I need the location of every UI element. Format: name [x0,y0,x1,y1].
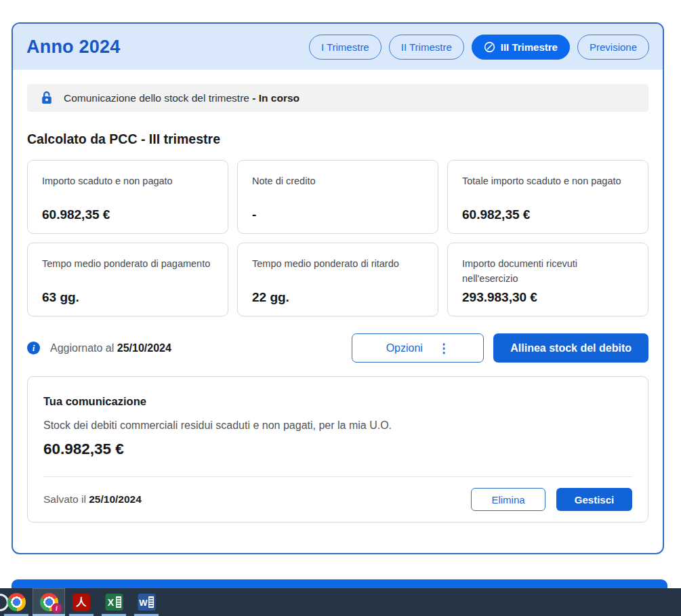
tab-label: Previsione [590,41,637,53]
communication-title: Tua comunicazione [43,395,632,408]
stat-label: Tempo medio ponderato di ritardo [252,256,424,271]
tab-label: I Trimestre [321,41,369,53]
stat-card-tempo-ritardo: Tempo medio ponderato di ritardo 22 gg. [237,243,438,316]
acrobat-icon: 人 [73,594,90,611]
stat-card-grid: Importo scaduto e non pagato 60.982,35 €… [27,160,648,316]
stat-label: Importo scaduto e non pagato [42,173,213,188]
delete-button[interactable]: Elimina [471,488,545,511]
stat-card-tempo-pagamento: Tempo medio ponderato di pagamento 63 gg… [27,243,228,316]
taskbar-acrobat[interactable]: 人 [65,588,98,616]
manage-button[interactable]: Gestisci [556,488,632,511]
update-row: i Aggiornato al 25/10/2024 Opzioni ⋮ All… [27,333,648,363]
unlock-icon [40,91,54,105]
status-banner: Comunicazione dello stock del trimestre … [27,84,648,112]
windows-taskbar: i 人 X [0,588,681,616]
quarter-tabs: I Trimestre II Trimestre III Trimestre P… [309,35,649,60]
tab-label: III Trimestre [501,41,558,53]
page-title: Anno 2024 [26,37,120,58]
word-icon: W [138,593,156,611]
chrome-icon [7,593,26,611]
tab-previsione[interactable]: Previsione [577,35,649,60]
stat-value: - [252,207,424,222]
options-label: Opzioni [386,342,423,354]
tab-i-trimestre[interactable]: I Trimestre [309,35,381,60]
tab-ii-trimestre[interactable]: II Trimestre [389,35,464,60]
stat-value: 63 gg. [42,290,213,305]
stat-label: Tempo medio ponderato di pagamento [42,256,213,271]
stat-label: Totale importo scaduto e non pagato [462,173,634,188]
excel-icon: X [105,593,123,611]
status-banner-text: Comunicazione dello stock del trimestre … [64,92,300,104]
tab-iii-trimestre[interactable]: III Trimestre [472,35,570,60]
stat-card-totale-importo: Totale importo scaduto e non pagato 60.9… [447,160,648,234]
communication-card: Tua comunicazione Stock dei debiti comme… [27,376,648,522]
taskbar-chrome-active[interactable]: i [33,588,65,616]
updated-prefix: Aggiornato al [50,342,114,354]
updated-date: 25/10/2024 [117,342,171,354]
panel-content: Comunicazione dello stock del trimestre … [13,70,663,522]
notification-badge: i [51,603,62,613]
communication-description: Stock dei debiti commerciali residui sca… [43,419,632,432]
panel-header: Anno 2024 I Trimestre II Trimestre III T… [13,24,663,70]
align-stock-button[interactable]: Allinea stock del debito [493,333,648,363]
status-text: Comunicazione dello stock del trimestre [64,92,249,104]
stat-value: 293.983,30 € [462,290,634,305]
page-footer-bar [12,579,667,589]
stat-value: 22 gg. [252,290,424,305]
svg-text:W: W [139,598,148,608]
status-value: - In corso [252,92,300,104]
taskbar-word[interactable]: W [130,588,163,616]
communication-footer: Salvato il 25/10/2024 Elimina Gestisci [43,477,632,522]
stat-card-note-di-credito: Note di credito - [237,160,438,234]
kebab-menu-icon: ⋮ [438,342,450,354]
in-progress-icon [484,41,495,53]
tab-label: II Trimestre [401,41,452,53]
stat-label: Importo documenti ricevuti nell'esercizi… [462,256,634,287]
svg-text:X: X [107,597,114,608]
stat-value: 60.982,35 € [42,207,213,222]
stat-card-importo-scaduto: Importo scaduto e non pagato 60.982,35 € [27,160,228,234]
saved-at-text: Salvato il 25/10/2024 [43,493,142,506]
updated-at-text: Aggiornato al 25/10/2024 [50,342,171,354]
options-button[interactable]: Opzioni ⋮ [352,333,484,363]
communication-amount: 60.982,35 € [43,440,632,458]
saved-prefix: Salvato il [43,493,86,505]
saved-date: 25/10/2024 [89,493,142,505]
section-title: Calcolato da PCC - III trimestre [27,131,648,147]
taskbar-excel[interactable]: X [98,588,130,616]
info-icon[interactable]: i [27,342,40,354]
stat-value: 60.982,35 € [462,207,634,222]
stat-card-importo-documenti: Importo documenti ricevuti nell'esercizi… [447,243,648,316]
stat-label: Note di credito [252,173,424,188]
taskbar-chrome[interactable] [0,588,33,616]
year-panel: Anno 2024 I Trimestre II Trimestre III T… [12,22,664,554]
